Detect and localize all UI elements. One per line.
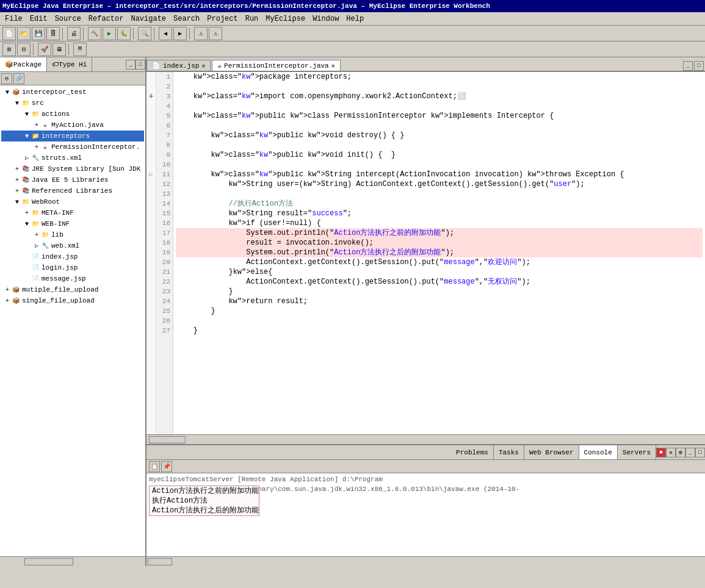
tree-item-Referenced-Libraries[interactable]: +📚Referenced Libraries bbox=[1, 185, 144, 196]
bottom-tab-problems[interactable]: Problems bbox=[451, 445, 494, 459]
sep6 bbox=[33, 43, 35, 56]
back-btn[interactable]: ◀ bbox=[159, 27, 172, 40]
editor-tab-PermissionInterceptor-java[interactable]: ☕PermissionInterceptor.java✕ bbox=[212, 60, 340, 71]
server-btn[interactable]: 🖥 bbox=[52, 43, 66, 56]
tree-item-lib[interactable]: +📁lib bbox=[1, 229, 144, 240]
debug-btn[interactable]: 🐛 bbox=[117, 27, 131, 40]
tree-expand-icon[interactable] bbox=[23, 253, 31, 260]
editor-minimize-btn[interactable]: _ bbox=[683, 61, 693, 71]
menu-file[interactable]: File bbox=[1, 13, 26, 24]
console-hscroll[interactable] bbox=[146, 556, 705, 566]
tab-close[interactable]: ✕ bbox=[201, 62, 205, 70]
tab-package[interactable]: 📦 Package bbox=[0, 57, 47, 71]
link-editor-btn[interactable]: 🔗 bbox=[13, 73, 24, 84]
tree-expand-icon[interactable]: + bbox=[33, 231, 40, 238]
menu-window[interactable]: Window bbox=[309, 13, 342, 24]
menu-source[interactable]: Source bbox=[51, 13, 85, 24]
menu-project[interactable]: Project bbox=[203, 13, 241, 24]
tree-item-Java-EE-5-Libraries[interactable]: +📚Java EE 5 Libraries bbox=[1, 174, 144, 185]
myeclipse-btn[interactable]: M bbox=[73, 43, 87, 56]
console-minimize-btn[interactable]: _ bbox=[685, 448, 695, 457]
console-stop-btn[interactable]: ■ bbox=[656, 448, 666, 457]
save-all-btn[interactable]: 🗄 bbox=[46, 27, 60, 40]
tree-item-single-file-upload[interactable]: +📦single_file_upload bbox=[1, 295, 144, 306]
tree-expand-icon[interactable]: ▼ bbox=[23, 220, 31, 228]
editor-maximize-btn[interactable]: □ bbox=[694, 61, 704, 71]
tree-expand-icon[interactable]: + bbox=[13, 165, 21, 173]
tree-item-index-jsp[interactable]: 📄index.jsp bbox=[1, 251, 144, 262]
tree-expand-icon[interactable]: ▼ bbox=[13, 198, 21, 206]
tree-expand-icon[interactable]: + bbox=[4, 297, 11, 304]
tree-expand-icon[interactable]: + bbox=[33, 121, 40, 129]
collapse-all-btn[interactable]: ⊖ bbox=[1, 73, 12, 84]
search-btn[interactable]: 🔍 bbox=[138, 27, 151, 40]
tree-expand-icon[interactable]: ▼ bbox=[4, 88, 11, 96]
prev-error-btn[interactable]: ⚠ bbox=[209, 27, 222, 40]
tree-item-interceptors[interactable]: ▼📁interceptors bbox=[1, 131, 144, 142]
margin-line-9 bbox=[146, 150, 156, 160]
pin-console-btn[interactable]: 📌 bbox=[161, 461, 172, 472]
tree-item-MyAction-java[interactable]: +☕MyAction.java bbox=[1, 120, 144, 131]
build-btn[interactable]: 🔨 bbox=[88, 27, 101, 40]
menu-refactor[interactable]: Refactor bbox=[85, 13, 128, 24]
tab-typehierarchy[interactable]: 🏷 Type Hi bbox=[47, 57, 92, 71]
tree-expand-icon[interactable]: + bbox=[13, 176, 21, 184]
console-clear-btn[interactable]: ✕ bbox=[666, 448, 676, 457]
tree-expand-icon[interactable]: + bbox=[13, 187, 21, 195]
console-scroll-btn[interactable]: ⊕ bbox=[676, 448, 685, 457]
tree-expand-icon[interactable]: ▼ bbox=[23, 132, 31, 140]
tree-item-META-INF[interactable]: +📁META-INF bbox=[1, 207, 144, 218]
menu-myeclipse[interactable]: MyEclipse bbox=[262, 13, 309, 24]
tree-expand-icon[interactable]: ▼ bbox=[23, 110, 31, 118]
menu-run[interactable]: Run bbox=[242, 13, 262, 24]
menu-edit[interactable]: Edit bbox=[26, 13, 51, 24]
menu-help[interactable]: Help bbox=[342, 13, 367, 24]
tree-expand-icon[interactable]: + bbox=[33, 143, 40, 151]
tree-item-mutiple-file-upload[interactable]: +📦mutiple_file_upload bbox=[1, 284, 144, 295]
console-maximize-btn[interactable]: □ bbox=[695, 448, 705, 457]
hscroll[interactable] bbox=[146, 434, 705, 444]
left-maximize-btn[interactable]: □ bbox=[136, 60, 145, 70]
tree-item-struts-xml[interactable]: ▷🔧struts.xml bbox=[1, 152, 144, 163]
tab-close[interactable]: ✕ bbox=[331, 62, 335, 70]
open-btn[interactable]: 📂 bbox=[17, 27, 31, 40]
tree-item-web-xml[interactable]: ▷🔧web.xml bbox=[1, 240, 144, 251]
new-btn[interactable]: 📄 bbox=[2, 27, 16, 40]
menu-navigate[interactable]: Navigate bbox=[127, 13, 170, 24]
tree-item-icon: 📁 bbox=[31, 109, 40, 119]
tree-item-src[interactable]: ▼📁src bbox=[1, 98, 144, 109]
bottom-tab-web-browser[interactable]: Web Browser bbox=[524, 445, 579, 459]
tree-expand-icon[interactable]: ▷ bbox=[33, 242, 40, 249]
bottom-tab-tasks[interactable]: Tasks bbox=[494, 445, 524, 459]
perspective2-btn[interactable]: ⊟ bbox=[17, 43, 31, 56]
tree-expand-icon[interactable]: + bbox=[23, 209, 31, 217]
tree-item-actions[interactable]: ▼📁actions bbox=[1, 109, 144, 120]
run-btn[interactable]: ▶ bbox=[103, 27, 116, 40]
deploy-btn[interactable]: 🚀 bbox=[38, 43, 51, 56]
print-btn[interactable]: 🖨 bbox=[67, 27, 81, 40]
code-content[interactable]: kw">class="kw">package interceptors; kw"… bbox=[173, 72, 705, 434]
tree-expand-icon[interactable]: ▼ bbox=[13, 99, 21, 107]
tree-expand-icon[interactable] bbox=[23, 275, 31, 282]
left-hscroll[interactable] bbox=[0, 556, 145, 566]
tree-expand-icon[interactable] bbox=[23, 264, 31, 271]
bottom-tab-console[interactable]: Console bbox=[579, 445, 618, 459]
next-error-btn[interactable]: ⚠ bbox=[194, 27, 208, 40]
perspective-btn[interactable]: ⊞ bbox=[2, 43, 16, 56]
tree-item-WebRoot[interactable]: ▼📁WebRoot bbox=[1, 196, 144, 207]
tree-item-PermissionInterceptor-[interactable]: +☕PermissionInterceptor. bbox=[1, 142, 144, 152]
left-minimize-btn[interactable]: _ bbox=[126, 60, 136, 70]
tree-item-WEB-INF[interactable]: ▼📁WEB-INF bbox=[1, 218, 144, 229]
open-console-btn[interactable]: 📋 bbox=[149, 461, 160, 472]
forward-btn[interactable]: ▶ bbox=[173, 27, 187, 40]
tree-expand-icon[interactable]: ▷ bbox=[23, 154, 31, 162]
tree-item-login-jsp[interactable]: 📄login.jsp bbox=[1, 262, 144, 273]
bottom-tab-servers[interactable]: Servers bbox=[618, 445, 656, 459]
tree-item-message-jsp[interactable]: 📄message.jsp bbox=[1, 273, 144, 284]
menu-search[interactable]: Search bbox=[170, 13, 203, 24]
editor-tab-index-jsp[interactable]: 📄index.jsp✕ bbox=[146, 60, 211, 71]
tree-item-JRE-System-Library--Sun-JDK[interactable]: +📚JRE System Library [Sun JDK bbox=[1, 163, 144, 174]
save-btn[interactable]: 💾 bbox=[32, 27, 45, 40]
tree-expand-icon[interactable]: + bbox=[4, 286, 11, 293]
tree-item-interceptor-test[interactable]: ▼📦interceptor_test bbox=[1, 87, 144, 98]
